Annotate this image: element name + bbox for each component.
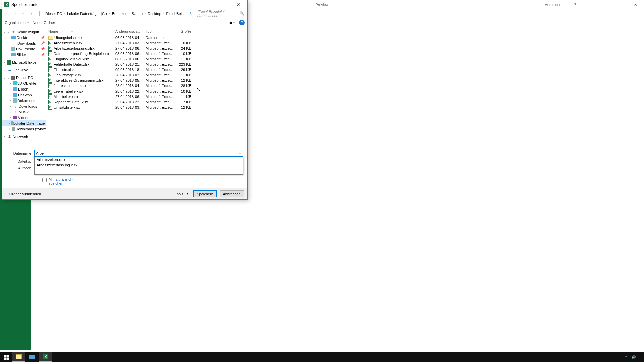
- tray-overflow-button[interactable]: ⌃: [624, 355, 627, 359]
- breadcrumb-segment[interactable]: Benutzer: [111, 12, 128, 16]
- file-name: Mitarbeiter.xlsx: [54, 95, 78, 99]
- tree-pictures[interactable]: ›Bilder: [2, 86, 46, 92]
- file-row[interactable]: Eingabe-Beispiel.xlsx08.05.2018 06:40Mic…: [46, 56, 247, 62]
- nav-up-button[interactable]: ↑: [28, 10, 35, 17]
- file-size: 24 KB: [174, 46, 194, 50]
- tree-vbox-downloads[interactable]: ›Downloads (\\vbox: [2, 126, 46, 132]
- file-row[interactable]: Übungsbeispiele06.05.2018 04:02Dateiordn…: [46, 35, 247, 40]
- column-date-header[interactable]: Änderungsdatum: [113, 29, 144, 33]
- excel-icon: [7, 60, 11, 65]
- tree-desktop[interactable]: Desktop📌: [2, 35, 46, 40]
- tree-documents[interactable]: ›Dokumente: [2, 98, 46, 103]
- file-list[interactable]: Name▴ Änderungsdatum Typ Größe Übungsbei…: [46, 27, 247, 146]
- help-icon[interactable]: ?: [239, 20, 245, 25]
- autocomplete-item[interactable]: Arbeitszeiten.xlsx: [35, 157, 243, 162]
- filename-dropdown-button[interactable]: ▾: [237, 150, 243, 156]
- chevron-right-icon[interactable]: ›: [63, 12, 66, 15]
- filename-input[interactable]: Arbe ▾: [34, 150, 243, 157]
- view-mode-button[interactable]: ☰ ▾: [228, 20, 236, 25]
- folder-tree[interactable]: ⌄⌄Schnellzugriff Desktop📌 Downloads📌 Dok…: [2, 27, 46, 146]
- file-row[interactable]: Jahreskalender.xlsx28.04.2018 04:43Micro…: [46, 83, 247, 88]
- tree-local-disk[interactable]: ›Lokaler Datenträger: [2, 120, 46, 126]
- svg-rect-1: [6, 355, 9, 357]
- file-row[interactable]: Arbeitszeiterfassung.xlsx27.04.2018 06:0…: [46, 46, 247, 51]
- chevron-down-icon: ▾: [27, 21, 29, 24]
- tree-downloads[interactable]: Downloads📌: [2, 40, 46, 46]
- file-row[interactable]: Umsatzliste.xlsx28.04.2018 03:41Microsof…: [46, 105, 247, 110]
- tree-excel[interactable]: ›Microsoft Excel: [2, 59, 46, 65]
- tree-videos[interactable]: ›Videos: [2, 115, 46, 120]
- save-thumbnail-label[interactable]: Miniaturansicht speichern: [49, 177, 75, 185]
- hide-folders-button[interactable]: ⌃ Ordner ausblenden: [5, 192, 41, 196]
- file-row[interactable]: Interaktives Organigramm.xlsx27.04.2018 …: [46, 78, 247, 83]
- show-desktop-button[interactable]: [640, 352, 642, 362]
- file-row[interactable]: Geburtstage.xlsx28.04.2018 02:47Microsof…: [46, 72, 247, 78]
- tools-menu-button[interactable]: Tools ▾: [173, 192, 190, 196]
- dialog-close-button[interactable]: ✕: [232, 2, 245, 7]
- dialog-button-bar: ⌃ Ordner ausblenden Tools ▾ Speichern Ab…: [2, 188, 247, 199]
- nav-forward-button[interactable]: →: [11, 10, 19, 17]
- column-size-header[interactable]: Größe: [174, 29, 194, 33]
- cancel-button[interactable]: Abbrechen: [220, 190, 244, 197]
- nav-recent-button[interactable]: ▾: [19, 10, 27, 17]
- file-row[interactable]: Fehlerhafte Datei.xlsx25.04.2018 21:47Mi…: [46, 62, 247, 67]
- file-row[interactable]: Datenueberpruefung-Beispiel.xlsx08.05.20…: [46, 51, 247, 56]
- taskbar-explorer[interactable]: [12, 352, 25, 362]
- chevron-right-icon[interactable]: ›: [128, 12, 131, 15]
- tree-downloads[interactable]: ›Downloads: [2, 103, 46, 109]
- maximize-button[interactable]: □: [608, 3, 622, 7]
- tree-desktop[interactable]: ›Desktop: [2, 92, 46, 98]
- breadcrumb-segment[interactable]: Dieser PC: [44, 12, 63, 16]
- chevron-right-icon[interactable]: ›: [41, 12, 44, 15]
- help-button[interactable]: ?: [568, 3, 582, 7]
- pin-icon: 📌: [41, 36, 45, 39]
- file-row[interactable]: Mitarbeiter.xlsx27.04.2018 06:13Microsof…: [46, 94, 247, 99]
- column-name-header[interactable]: Name▴: [46, 29, 113, 33]
- file-type: Microsoft Excel-Ar...: [144, 41, 174, 45]
- column-type-header[interactable]: Typ: [144, 29, 174, 33]
- search-icon[interactable]: 🔍: [239, 11, 244, 16]
- tree-music[interactable]: ›Musik: [2, 109, 46, 115]
- tree-quick-access[interactable]: ⌄⌄Schnellzugriff: [2, 29, 46, 35]
- taskbar-app[interactable]: [25, 352, 39, 362]
- file-row[interactable]: Reparierte Datei.xlsx25.04.2018 22:42Mic…: [46, 99, 247, 105]
- save-thumbnail-checkbox[interactable]: [42, 178, 47, 182]
- file-row[interactable]: Arbeitszeiten.xlsx27.04.2018 03:25Micros…: [46, 40, 247, 46]
- tree-documents[interactable]: Dokumente📌: [2, 46, 46, 52]
- organize-button[interactable]: Organisieren ▾: [5, 21, 29, 25]
- breadcrumb-segment[interactable]: Saturn: [131, 12, 144, 16]
- file-row[interactable]: Filmliste.xlsx09.05.2018 18:07Microsoft …: [46, 67, 247, 72]
- taskbar[interactable]: X ⌃ 🔊: [0, 352, 644, 362]
- breadcrumb-segment[interactable]: Lokaler Datenträger (C:): [66, 12, 108, 16]
- tree-pictures[interactable]: Bilder📌: [2, 52, 46, 57]
- new-folder-button[interactable]: Neuer Ordner: [33, 21, 55, 25]
- breadcrumb-segment[interactable]: Excel-Beispiele: [165, 12, 185, 16]
- volume-icon[interactable]: 🔊: [631, 355, 636, 359]
- autocomplete-item[interactable]: Arbeitszeiterfassung.xlsx: [35, 162, 243, 168]
- search-input[interactable]: "Excel-Beispiele" durchsuchen 🔍: [196, 10, 246, 17]
- signin-link[interactable]: Anmelden: [545, 3, 561, 7]
- chevron-right-icon[interactable]: ›: [162, 12, 165, 15]
- pc-icon: [11, 76, 15, 80]
- minimize-button[interactable]: —: [588, 3, 602, 7]
- disk-icon: [11, 121, 13, 125]
- breadcrumb-segment[interactable]: Desktop: [147, 12, 162, 16]
- tree-this-pc[interactable]: ⌄⌄Dieser PC: [2, 75, 46, 80]
- autocomplete-list: Arbeitszeiten.xlsx Arbeitszeiterfassung.…: [34, 157, 243, 175]
- save-button[interactable]: Speichern: [193, 190, 217, 197]
- file-row[interactable]: Leere Tabelle.xlsx25.04.2018 22:30Micros…: [46, 88, 247, 94]
- refresh-button[interactable]: ↻: [187, 10, 195, 17]
- chevron-right-icon[interactable]: ›: [144, 12, 147, 15]
- start-button[interactable]: [0, 352, 12, 362]
- file-date: 08.05.2018 06:54: [113, 52, 144, 56]
- nav-back-button[interactable]: ←: [3, 10, 11, 17]
- tree-network[interactable]: ›Netzwerk: [2, 134, 46, 139]
- tree-onedrive[interactable]: ›OneDrive: [2, 67, 46, 73]
- tree-3d-objects[interactable]: ›3D-Objekte: [2, 80, 46, 86]
- dialog-titlebar[interactable]: X Speichern unter ✕: [2, 0, 247, 9]
- address-breadcrumb[interactable]: › Dieser PC › Lokaler Datenträger (C:) ›…: [37, 10, 185, 17]
- chevron-right-icon[interactable]: ›: [108, 12, 111, 15]
- taskbar-excel[interactable]: X: [39, 352, 52, 362]
- authors-label: Autoren:: [6, 166, 32, 170]
- excel-close-button[interactable]: ✕: [629, 3, 642, 7]
